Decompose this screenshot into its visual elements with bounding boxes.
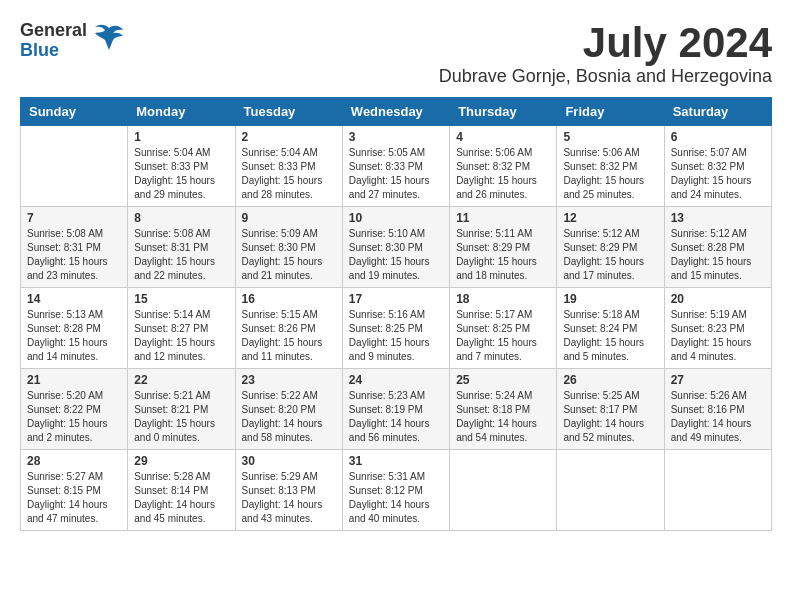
day-info: Sunrise: 5:24 AM Sunset: 8:18 PM Dayligh… <box>456 389 550 445</box>
day-number: 14 <box>27 292 121 306</box>
day-info: Sunrise: 5:18 AM Sunset: 8:24 PM Dayligh… <box>563 308 657 364</box>
calendar-cell: 26Sunrise: 5:25 AM Sunset: 8:17 PM Dayli… <box>557 369 664 450</box>
page-header: General Blue July 2024 Dubrave Gornje, B… <box>20 20 772 87</box>
location-subtitle: Dubrave Gornje, Bosnia and Herzegovina <box>439 66 772 87</box>
logo-general-text: General <box>20 21 87 41</box>
day-info: Sunrise: 5:10 AM Sunset: 8:30 PM Dayligh… <box>349 227 443 283</box>
day-number: 11 <box>456 211 550 225</box>
day-info: Sunrise: 5:08 AM Sunset: 8:31 PM Dayligh… <box>134 227 228 283</box>
day-number: 7 <box>27 211 121 225</box>
day-info: Sunrise: 5:19 AM Sunset: 8:23 PM Dayligh… <box>671 308 765 364</box>
calendar-cell: 3Sunrise: 5:05 AM Sunset: 8:33 PM Daylig… <box>342 126 449 207</box>
calendar-cell <box>450 450 557 531</box>
day-info: Sunrise: 5:29 AM Sunset: 8:13 PM Dayligh… <box>242 470 336 526</box>
calendar-cell: 31Sunrise: 5:31 AM Sunset: 8:12 PM Dayli… <box>342 450 449 531</box>
logo: General Blue <box>20 20 127 61</box>
day-number: 24 <box>349 373 443 387</box>
day-number: 27 <box>671 373 765 387</box>
header-cell-wednesday: Wednesday <box>342 98 449 126</box>
header-cell-sunday: Sunday <box>21 98 128 126</box>
calendar-cell: 29Sunrise: 5:28 AM Sunset: 8:14 PM Dayli… <box>128 450 235 531</box>
calendar-cell: 15Sunrise: 5:14 AM Sunset: 8:27 PM Dayli… <box>128 288 235 369</box>
calendar-cell: 28Sunrise: 5:27 AM Sunset: 8:15 PM Dayli… <box>21 450 128 531</box>
header-cell-thursday: Thursday <box>450 98 557 126</box>
day-info: Sunrise: 5:27 AM Sunset: 8:15 PM Dayligh… <box>27 470 121 526</box>
calendar-cell: 19Sunrise: 5:18 AM Sunset: 8:24 PM Dayli… <box>557 288 664 369</box>
day-info: Sunrise: 5:12 AM Sunset: 8:29 PM Dayligh… <box>563 227 657 283</box>
day-number: 6 <box>671 130 765 144</box>
calendar-cell: 9Sunrise: 5:09 AM Sunset: 8:30 PM Daylig… <box>235 207 342 288</box>
header-cell-tuesday: Tuesday <box>235 98 342 126</box>
day-info: Sunrise: 5:14 AM Sunset: 8:27 PM Dayligh… <box>134 308 228 364</box>
day-number: 9 <box>242 211 336 225</box>
day-info: Sunrise: 5:15 AM Sunset: 8:26 PM Dayligh… <box>242 308 336 364</box>
day-number: 30 <box>242 454 336 468</box>
calendar-cell: 1Sunrise: 5:04 AM Sunset: 8:33 PM Daylig… <box>128 126 235 207</box>
day-info: Sunrise: 5:31 AM Sunset: 8:12 PM Dayligh… <box>349 470 443 526</box>
day-number: 16 <box>242 292 336 306</box>
week-row-2: 7Sunrise: 5:08 AM Sunset: 8:31 PM Daylig… <box>21 207 772 288</box>
day-info: Sunrise: 5:06 AM Sunset: 8:32 PM Dayligh… <box>563 146 657 202</box>
calendar-cell: 24Sunrise: 5:23 AM Sunset: 8:19 PM Dayli… <box>342 369 449 450</box>
day-number: 2 <box>242 130 336 144</box>
calendar-body: 1Sunrise: 5:04 AM Sunset: 8:33 PM Daylig… <box>21 126 772 531</box>
day-info: Sunrise: 5:16 AM Sunset: 8:25 PM Dayligh… <box>349 308 443 364</box>
day-number: 17 <box>349 292 443 306</box>
day-info: Sunrise: 5:25 AM Sunset: 8:17 PM Dayligh… <box>563 389 657 445</box>
title-section: July 2024 Dubrave Gornje, Bosnia and Her… <box>439 20 772 87</box>
calendar-header: SundayMondayTuesdayWednesdayThursdayFrid… <box>21 98 772 126</box>
header-cell-saturday: Saturday <box>664 98 771 126</box>
calendar-cell: 8Sunrise: 5:08 AM Sunset: 8:31 PM Daylig… <box>128 207 235 288</box>
calendar-table: SundayMondayTuesdayWednesdayThursdayFrid… <box>20 97 772 531</box>
day-number: 21 <box>27 373 121 387</box>
calendar-cell: 22Sunrise: 5:21 AM Sunset: 8:21 PM Dayli… <box>128 369 235 450</box>
calendar-cell: 6Sunrise: 5:07 AM Sunset: 8:32 PM Daylig… <box>664 126 771 207</box>
day-number: 12 <box>563 211 657 225</box>
day-info: Sunrise: 5:22 AM Sunset: 8:20 PM Dayligh… <box>242 389 336 445</box>
calendar-cell: 25Sunrise: 5:24 AM Sunset: 8:18 PM Dayli… <box>450 369 557 450</box>
day-info: Sunrise: 5:07 AM Sunset: 8:32 PM Dayligh… <box>671 146 765 202</box>
logo-bird-icon <box>91 20 127 61</box>
day-number: 25 <box>456 373 550 387</box>
day-number: 13 <box>671 211 765 225</box>
day-info: Sunrise: 5:21 AM Sunset: 8:21 PM Dayligh… <box>134 389 228 445</box>
day-number: 26 <box>563 373 657 387</box>
day-number: 20 <box>671 292 765 306</box>
day-number: 10 <box>349 211 443 225</box>
header-cell-friday: Friday <box>557 98 664 126</box>
header-row: SundayMondayTuesdayWednesdayThursdayFrid… <box>21 98 772 126</box>
day-number: 19 <box>563 292 657 306</box>
day-info: Sunrise: 5:23 AM Sunset: 8:19 PM Dayligh… <box>349 389 443 445</box>
day-info: Sunrise: 5:05 AM Sunset: 8:33 PM Dayligh… <box>349 146 443 202</box>
day-info: Sunrise: 5:11 AM Sunset: 8:29 PM Dayligh… <box>456 227 550 283</box>
calendar-cell: 18Sunrise: 5:17 AM Sunset: 8:25 PM Dayli… <box>450 288 557 369</box>
day-info: Sunrise: 5:28 AM Sunset: 8:14 PM Dayligh… <box>134 470 228 526</box>
calendar-cell: 7Sunrise: 5:08 AM Sunset: 8:31 PM Daylig… <box>21 207 128 288</box>
calendar-cell: 21Sunrise: 5:20 AM Sunset: 8:22 PM Dayli… <box>21 369 128 450</box>
day-info: Sunrise: 5:08 AM Sunset: 8:31 PM Dayligh… <box>27 227 121 283</box>
day-number: 29 <box>134 454 228 468</box>
calendar-cell: 17Sunrise: 5:16 AM Sunset: 8:25 PM Dayli… <box>342 288 449 369</box>
calendar-cell <box>664 450 771 531</box>
day-info: Sunrise: 5:04 AM Sunset: 8:33 PM Dayligh… <box>242 146 336 202</box>
day-number: 8 <box>134 211 228 225</box>
calendar-cell: 30Sunrise: 5:29 AM Sunset: 8:13 PM Dayli… <box>235 450 342 531</box>
calendar-cell: 23Sunrise: 5:22 AM Sunset: 8:20 PM Dayli… <box>235 369 342 450</box>
day-number: 3 <box>349 130 443 144</box>
day-number: 5 <box>563 130 657 144</box>
calendar-cell: 12Sunrise: 5:12 AM Sunset: 8:29 PM Dayli… <box>557 207 664 288</box>
calendar-cell: 16Sunrise: 5:15 AM Sunset: 8:26 PM Dayli… <box>235 288 342 369</box>
week-row-3: 14Sunrise: 5:13 AM Sunset: 8:28 PM Dayli… <box>21 288 772 369</box>
day-info: Sunrise: 5:09 AM Sunset: 8:30 PM Dayligh… <box>242 227 336 283</box>
calendar-cell <box>21 126 128 207</box>
day-info: Sunrise: 5:13 AM Sunset: 8:28 PM Dayligh… <box>27 308 121 364</box>
day-number: 22 <box>134 373 228 387</box>
calendar-cell: 2Sunrise: 5:04 AM Sunset: 8:33 PM Daylig… <box>235 126 342 207</box>
calendar-cell: 20Sunrise: 5:19 AM Sunset: 8:23 PM Dayli… <box>664 288 771 369</box>
calendar-cell: 4Sunrise: 5:06 AM Sunset: 8:32 PM Daylig… <box>450 126 557 207</box>
week-row-1: 1Sunrise: 5:04 AM Sunset: 8:33 PM Daylig… <box>21 126 772 207</box>
header-cell-monday: Monday <box>128 98 235 126</box>
calendar-cell <box>557 450 664 531</box>
day-info: Sunrise: 5:12 AM Sunset: 8:28 PM Dayligh… <box>671 227 765 283</box>
calendar-cell: 13Sunrise: 5:12 AM Sunset: 8:28 PM Dayli… <box>664 207 771 288</box>
